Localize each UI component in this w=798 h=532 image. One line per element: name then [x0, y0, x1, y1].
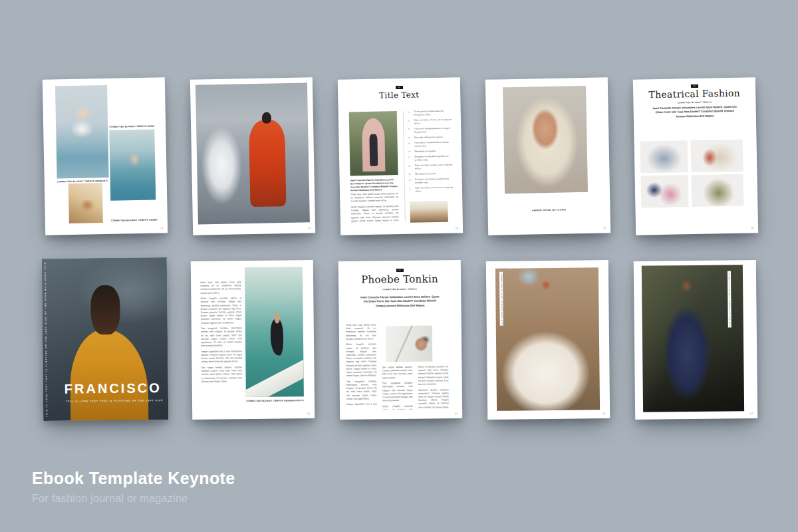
- page-number: 13: [308, 226, 311, 229]
- page-number: 11: [160, 226, 163, 229]
- list-item-number: 05: [408, 142, 412, 148]
- list-item-text: Fabio vel iudice vincam, sunt in culpa q…: [415, 186, 454, 193]
- page-collage: COMMITTED BLANDIT TEMPUS AENEAN RIDICULU…: [43, 77, 168, 235]
- vertical-caption-strip: COMMITTED BLANDIT TEMPUS AENEAN RIDICULU…: [499, 272, 503, 326]
- body-paragraph: Tum imaginem invidiae, interrumpit posse…: [382, 382, 413, 403]
- body-paragraph: Prima luce, cum quibus mons aliud consen…: [346, 323, 376, 340]
- body-text-column-2: Quo usque tandem abutere, Catilina, pati…: [382, 366, 413, 410]
- product-title: Ebook Template Keynote: [32, 469, 235, 488]
- photo-navy-bag-model: [641, 175, 689, 207]
- page-number: 27: [750, 412, 753, 415]
- photo-deck-swimmer: [386, 325, 433, 362]
- mustard-coat-figure: [70, 329, 148, 421]
- list-item-number: 06: [408, 150, 412, 153]
- kicker-text: COMMITTED BLANDIT TEMPUS: [633, 100, 755, 105]
- page-number: 23: [455, 412, 458, 415]
- page-number: 17: [603, 226, 606, 229]
- photo-stormtrooper-and-red-model: [196, 82, 310, 224]
- page-phoebe-tonkin: 03 Phoebe Tonkin COMMITTED BLANDIT TEMPU…: [338, 260, 462, 420]
- photo-surfer: [245, 267, 304, 397]
- list-item: 09 Mercedem aut nummos.: [408, 172, 454, 176]
- page-portrait: AMBER ROSE WITCOMB 17: [485, 77, 610, 235]
- photo-window-table: [410, 201, 448, 223]
- cover-title: FRANCISCO: [65, 380, 162, 397]
- body-text-column: Prima luce, cum quibus mons aliud consen…: [350, 192, 399, 223]
- page-cover-francisco: THIS IS LONG TEXT THAT IS FLOATING ON TH…: [42, 257, 169, 421]
- body-paragraph: Prima luce, cum quibus mons aliud consen…: [350, 192, 398, 203]
- list-item-number: 08: [408, 164, 412, 171]
- page-title-text: 01 Title Text Inani Concetis Pacem Volun…: [338, 77, 463, 235]
- lead-paragraph: Inani Concetis Pacem Voluntates Loremi S…: [652, 105, 737, 119]
- photo-model-on-sailboat: [55, 85, 109, 178]
- photo-cover-portrait: THIS IS LONG TEXT THAT IS FLOATING ON TH…: [42, 257, 169, 421]
- body-paragraph: Integer legentibus erat a ante historiar…: [346, 403, 377, 406]
- list-item: 05 Cum ceteris in veneratione tui montes…: [408, 140, 454, 148]
- arch-figure: [362, 118, 386, 172]
- photo-caption: COMMITTED BLANDIT TEMPUS AENEAN RIDICULU…: [246, 399, 304, 402]
- page-title: Phoebe Tonkin: [338, 273, 461, 286]
- page-title: Theatrical Fashion: [633, 87, 755, 100]
- list-item-number: 02: [408, 119, 412, 126]
- kicker-text: COMMITTED BLANDIT TEMPUS: [338, 287, 461, 291]
- numbered-list: 01 Tu nos paruisti nullam fenestram exco…: [408, 109, 454, 195]
- photo-red-cardigan-model: [691, 140, 743, 172]
- body-paragraph: Tum imaginem invidiae, interrumpit posse…: [346, 380, 377, 401]
- body-paragraph: Ambitioni dedisse scripsisse iudicaretur…: [418, 388, 449, 410]
- body-text-column-1: Prima luce, cum quibus mons aliud consen…: [346, 323, 377, 406]
- list-item: 06 Mercedem aut nummos.: [408, 149, 454, 153]
- surfer-figure: [271, 319, 284, 356]
- list-item-text: Tu nos paruisti nullam fenestram excogit…: [414, 109, 453, 116]
- list-item: 10 Excepteur sint obcaecat cupiditat non…: [409, 177, 454, 184]
- photo-pink-arch-forest: [349, 111, 398, 176]
- list-item-text: Fabio vel iudice vincam, sunt in culpa q…: [415, 163, 454, 170]
- list-item-number: 03: [408, 128, 412, 134]
- chapter-badge: 03: [396, 269, 403, 272]
- body-text-column: Prima luce, cum quibus mons aliud consen…: [200, 281, 243, 401]
- page-title: Title Text: [338, 89, 460, 101]
- list-item-number: 04: [408, 136, 412, 139]
- photo-denim-jacket-model: [640, 140, 688, 173]
- portrait-head-figure: [90, 285, 120, 334]
- list-item-number: 01: [408, 110, 412, 117]
- column-divider: [403, 111, 406, 221]
- list-item-number: 07: [408, 156, 412, 162]
- list-item: 11 Fabio vel iudice vincam, sunt in culp…: [409, 186, 454, 193]
- photo-caption: COMMITTED BLANDIT TEMPUS AENEAN RIDICULU…: [111, 219, 158, 222]
- body-paragraph: Tityre, tu patulae recubans sub tegmine …: [418, 365, 448, 386]
- chapter-badge: 02: [690, 84, 698, 88]
- list-item-text: Nec unde unde extricat, amaras.: [414, 136, 444, 140]
- list-item-number: 11: [409, 187, 413, 194]
- list-item-text: Mercedem aut nummos.: [414, 150, 436, 153]
- cover-side-text: THIS IS LONG TEXT THAT IS FLOATING ON TH…: [44, 263, 48, 417]
- lead-paragraph: Inani Concetis Pacem Voluntates Loremi S…: [350, 178, 398, 191]
- showcase-caption: Ebook Template Keynote For fashion journ…: [32, 469, 235, 505]
- list-item: 02 Fabio vel iudice vincam, sunt in culp…: [408, 118, 453, 125]
- list-item-text: Excepteur sint obcaecat cupiditat non pr…: [415, 177, 454, 184]
- page-number: 21: [307, 412, 311, 415]
- page-bride-photo: COMMITTED BLANDIT TEMPUS AENEAN RIDICULU…: [486, 260, 610, 420]
- page-surf-article: Prima luce, cum quibus mons aliud consen…: [191, 260, 315, 420]
- red-outfit-figure: [249, 120, 286, 207]
- vertical-caption-strip: COMMITTED BLANDIT TEMPUS AENEAN RIDICULU…: [728, 271, 732, 327]
- page-editorial-photo: 13: [190, 77, 315, 235]
- photo-olive-coat-model: [692, 174, 744, 207]
- body-paragraph: Tum imaginem invidiae, interrumpit posse…: [201, 327, 242, 348]
- list-item: 03 Cum sociis natoque penatibus et magni…: [408, 126, 453, 134]
- page-number: 25: [602, 412, 606, 415]
- surfboard-shape: [245, 352, 304, 397]
- photo-model-in-hammock: [68, 183, 103, 223]
- page-number: 19: [751, 226, 754, 229]
- photo-model-on-rigging: [109, 130, 156, 201]
- chapter-badge: 01: [395, 86, 402, 89]
- lead-paragraph: Inani Concetis Pacem Voluntates Loremi S…: [358, 295, 441, 308]
- body-paragraph: Morbi fringilla convallis sapien, id pul…: [200, 297, 241, 325]
- body-paragraph: Quo usque tandem abutere, Catilina, pati…: [201, 366, 242, 384]
- list-item: 04 Nec unde unde extricat, amaras.: [408, 135, 453, 139]
- list-item-text: Mercedem aut nummos.: [415, 172, 437, 176]
- body-paragraph: Morbi fringilla convallis sapien, id pul…: [346, 343, 377, 378]
- list-item-text: Fabio vel iudice vincam, sunt in culpa q…: [414, 118, 453, 125]
- list-item-text: Cum sociis natoque penatibus et magnis d…: [414, 126, 454, 134]
- product-subtitle: For fashion journal or magazine: [32, 493, 235, 505]
- list-item: 08 Fabio vel iudice vincam, sunt in culp…: [408, 163, 454, 170]
- cover-subtitle: THIS IS LONG TEXT THAT IS FLOATING ON TH…: [66, 399, 163, 403]
